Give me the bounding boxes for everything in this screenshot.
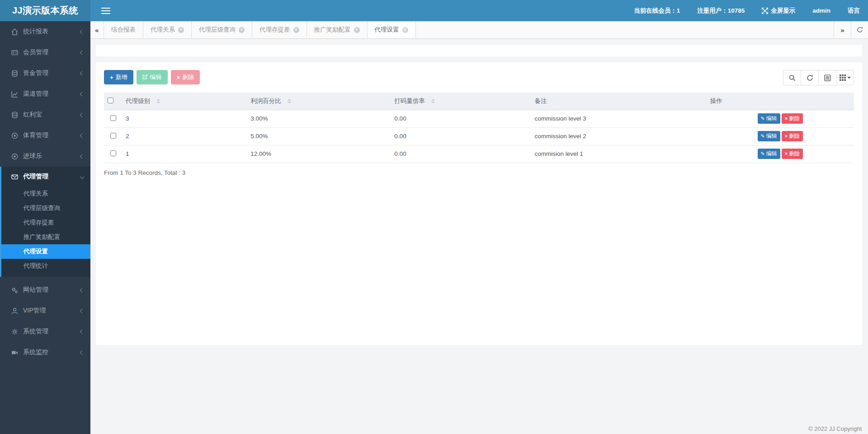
row-delete-button[interactable]: × 删除 [782,149,803,159]
select-all-checkbox[interactable] [108,98,113,103]
column-header-agent-level[interactable]: 代理级别 [122,93,247,110]
detail-view-button[interactable] [818,70,836,85]
tab-close-icon[interactable]: × [402,27,408,33]
records-summary: From 1 To 3 Records, Total : 3 [104,169,854,176]
sidebar-item-goal-fun[interactable]: 进球乐 [0,146,90,167]
row-checkbox[interactable] [110,133,116,139]
tabs-scroll-left-button[interactable]: « [90,21,104,38]
sidebar-item-members[interactable]: 会员管理 [0,42,90,63]
delete-button[interactable]: × 删除 [171,70,200,84]
grid-columns-icon [840,75,846,81]
columns-button[interactable] [836,70,854,85]
tab-agent-level-query[interactable]: 代理层级查询 × [192,21,252,38]
user-menu[interactable]: admin [812,7,830,14]
agent-settings-panel: + 新增 编辑 × 删除 [96,62,862,345]
sidebar-item-agent-level-query[interactable]: 代理层级查询 [1,201,90,215]
chevron-left-icon [80,154,85,159]
add-button[interactable]: + 新增 [104,70,133,84]
tabs-scroll-right-button[interactable]: » [834,21,851,38]
tab-overall-report[interactable]: 综合报表 [104,21,143,38]
sidebar-item-agent-settings-active[interactable]: 代理设置 [1,244,90,259]
table-row: 1 12.00% 0.00 commision level 1 ✎ 编辑 [104,145,854,163]
sidebar-item-agent-relations[interactable]: 代理关系 [1,187,90,201]
tab-promo-reward-config[interactable]: 推广奖励配置 × [307,21,368,38]
row-delete-button[interactable]: × 删除 [782,113,803,124]
row-checkbox[interactable] [110,115,116,121]
row-edit-button[interactable]: ✎ 编辑 [758,131,780,141]
tab-close-icon[interactable]: × [239,27,245,33]
sidebar-item-agents[interactable]: 代理管理 [1,167,90,187]
row-checkbox[interactable] [110,150,116,156]
sidebar-item-system[interactable]: 系统管理 [0,321,90,342]
tab-close-icon[interactable]: × [293,27,299,33]
column-header-wager-multiplier[interactable]: 打码量倍率 [391,93,531,110]
edit-button[interactable]: 编辑 [137,70,168,84]
x-icon: × [785,134,788,139]
sidebar-item-statistics[interactable]: 统计报表 [0,21,90,42]
tab-agent-settings-active[interactable]: 代理设置 × [368,21,416,38]
table-view-controls [783,70,854,85]
sidebar-item-website[interactable]: 网站管理 [0,280,90,300]
caret-down-icon [847,77,851,79]
id-card-icon [11,49,19,56]
page-content: + 新增 编辑 × 删除 [90,39,868,434]
edit-pencil-icon [142,74,148,80]
tab-close-icon[interactable]: × [178,27,184,33]
table-header-row: 代理级别 利润百分比 打码量倍率 备注 操作 [104,93,854,110]
sidebar-item-sports[interactable]: 体育管理 [0,125,90,146]
sidebar-item-vip[interactable]: VIP管理 [0,300,90,321]
chevron-left-icon [80,29,85,34]
chevron-left-icon [80,288,85,292]
row-edit-button[interactable]: ✎ 编辑 [758,149,780,159]
sidebar-item-monitor[interactable]: 系统监控 [0,342,90,363]
gears-icon [11,286,19,294]
search-button[interactable] [783,70,801,85]
sidebar-item-bonus[interactable]: 红利宝 [0,104,90,125]
sidebar-item-channels[interactable]: 渠道管理 [0,84,90,104]
column-header-remark: 备注 [531,93,707,110]
database-icon [11,111,19,119]
row-edit-button[interactable]: ✎ 编辑 [758,113,780,124]
language-menu[interactable]: 语言 [848,7,860,15]
search-icon [789,75,796,81]
x-icon: × [785,151,788,156]
chevron-left-icon [80,350,85,355]
table-row: 2 5.00% 0.00 commission level 2 ✎ 编辑 [104,127,854,145]
edit-pencil-icon: ✎ [761,134,765,139]
edit-pencil-icon: ✎ [761,116,765,121]
copyright: © 2022 JJ Copyright [808,425,862,432]
main-area: « 综合报表 代理关系 × 代理层级查询 × 代理存提差 × 推广奖励配置 × … [90,21,868,434]
tab-close-icon[interactable]: × [354,27,360,33]
sidebar: 统计报表 会员管理 资金管理 渠道管理 [0,21,90,434]
sidebar-toggle-icon[interactable] [101,8,110,14]
refresh-icon [807,75,813,81]
column-header-profit-percent[interactable]: 利润百分比 [247,93,391,110]
soccer-icon [11,132,19,140]
tab-agent-relations[interactable]: 代理关系 × [143,21,192,38]
chevron-left-icon [80,308,85,313]
app-logo[interactable]: JJ演示版本系统 [0,0,90,21]
sidebar-item-agent-statistics[interactable]: 代理统计 [1,259,90,273]
fullscreen-button[interactable]: 全屏显示 [762,7,795,15]
sort-icon [431,99,435,103]
envelope-icon [11,173,19,181]
chevron-left-icon [80,112,85,117]
chevron-left-icon [80,50,85,55]
chevron-left-icon [80,71,85,75]
agent-levels-table: 代理级别 利润百分比 打码量倍率 备注 操作 [104,93,854,163]
sidebar-item-agent-deposit-diff[interactable]: 代理存提差 [1,215,90,230]
sidebar-item-funds[interactable]: 资金管理 [0,63,90,84]
plus-icon: + [110,75,113,80]
chevron-left-icon [80,92,85,96]
sidebar-item-promo-reward-config[interactable]: 推广奖励配置 [1,230,90,244]
row-delete-button[interactable]: × 删除 [782,131,803,141]
gear-icon [11,328,19,336]
tabs-refresh-button[interactable] [851,21,868,38]
list-view-icon [824,75,831,81]
tab-agent-deposit-diff[interactable]: 代理存提差 × [252,21,307,38]
online-members-status: 当前在线会员：1 [634,7,680,15]
home-icon [11,28,19,36]
refresh-table-button[interactable] [801,70,819,85]
sidebar-group-agents: 代理管理 代理关系 代理层级查询 代理存提差 推广奖励配置 代理设置 代理统计 [0,167,90,277]
video-camera-icon [11,349,19,356]
